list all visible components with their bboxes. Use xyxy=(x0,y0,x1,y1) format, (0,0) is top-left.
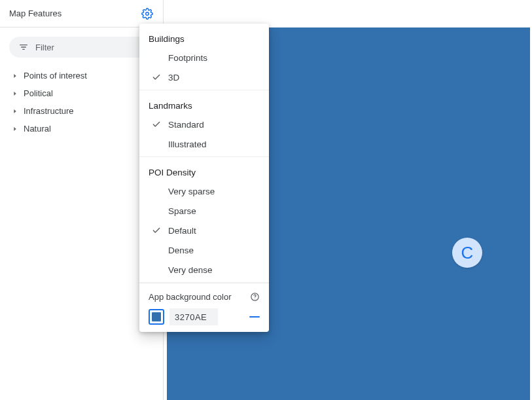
dropdown-option-label: Very sparse xyxy=(168,187,215,196)
check-icon xyxy=(151,186,162,196)
dropdown-option-footprints[interactable]: Footprints xyxy=(139,48,269,67)
dropdown-section-poi-density: POI Density Very sparse Sparse Default D… xyxy=(139,157,269,283)
settings-dropdown: Buildings Footprints 3D Landmarks Standa… xyxy=(139,24,269,332)
sidebar-title: Map Features xyxy=(9,9,62,18)
filter-input[interactable]: Filter xyxy=(9,37,154,58)
dropdown-option-label: Default xyxy=(168,226,196,236)
check-icon xyxy=(151,225,162,236)
sidebar-item-label: Infrastructure xyxy=(24,106,74,116)
dropdown-section-buildings: Buildings Footprints 3D xyxy=(139,24,269,90)
check-icon xyxy=(151,264,162,275)
chevron-right-icon xyxy=(12,73,18,79)
dropdown-option-label: 3D xyxy=(168,73,179,82)
color-swatch-inner xyxy=(152,312,161,321)
filter-icon xyxy=(18,42,29,52)
dropdown-option-very-dense[interactable]: Very dense xyxy=(139,260,269,280)
dropdown-option-label: Illustrated xyxy=(168,139,207,149)
filter-label: Filter xyxy=(35,43,54,52)
user-badge[interactable]: C xyxy=(452,238,482,268)
reset-color-button[interactable] xyxy=(249,316,260,318)
user-badge-letter: C xyxy=(461,243,474,263)
bg-color-label: App background color xyxy=(149,292,231,302)
check-icon xyxy=(151,206,162,216)
svg-point-0 xyxy=(146,12,149,15)
dropdown-option-illustrated[interactable]: Illustrated xyxy=(139,134,269,154)
dropdown-option-label: Footprints xyxy=(168,53,207,63)
color-swatch[interactable] xyxy=(149,309,164,325)
feature-list: Points of interest Political Infrastruct… xyxy=(0,65,163,137)
check-icon xyxy=(151,139,162,149)
dropdown-option-label: Dense xyxy=(168,245,194,255)
dropdown-option-standard[interactable]: Standard xyxy=(139,115,269,134)
dropdown-option-3d[interactable]: 3D xyxy=(139,67,269,87)
chevron-right-icon xyxy=(12,90,18,97)
check-icon xyxy=(151,52,162,63)
chevron-right-icon xyxy=(12,126,18,132)
dropdown-option-label: Sparse xyxy=(168,206,196,216)
dropdown-section-landmarks: Landmarks Standard Illustrated xyxy=(139,90,269,157)
sidebar-item-label: Natural xyxy=(24,124,51,134)
chevron-right-icon xyxy=(12,108,18,115)
gear-icon[interactable] xyxy=(141,7,154,20)
dropdown-option-sparse[interactable]: Sparse xyxy=(139,201,269,221)
dropdown-option-label: Very dense xyxy=(168,265,213,275)
check-icon xyxy=(151,245,162,255)
dropdown-option-label: Standard xyxy=(168,120,204,130)
sidebar-item-label: Political xyxy=(24,88,53,98)
dropdown-heading: POI Density xyxy=(139,157,269,181)
dropdown-heading: Landmarks xyxy=(139,90,269,115)
dropdown-bg-color-section: App background color xyxy=(139,283,269,325)
dropdown-option-very-sparse[interactable]: Very sparse xyxy=(139,181,269,201)
svg-point-5 xyxy=(255,299,255,299)
dropdown-option-default[interactable]: Default xyxy=(139,221,269,240)
help-icon[interactable] xyxy=(249,291,260,302)
check-icon xyxy=(151,72,162,82)
check-icon xyxy=(151,119,162,130)
dropdown-option-dense[interactable]: Dense xyxy=(139,240,269,260)
dropdown-heading: Buildings xyxy=(139,24,269,48)
sidebar-header: Map Features xyxy=(0,0,163,27)
hex-input[interactable] xyxy=(169,308,218,325)
sidebar-item-label: Points of interest xyxy=(24,71,87,81)
